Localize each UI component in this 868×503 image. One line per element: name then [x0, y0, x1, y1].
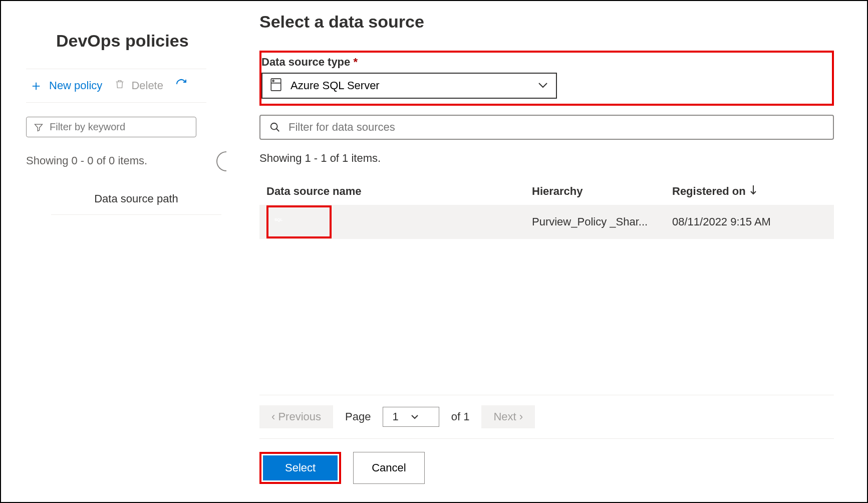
panel-title: Select a data source	[259, 12, 834, 32]
storage-icon	[270, 78, 281, 93]
new-policy-button[interactable]: ＋ New policy	[29, 76, 102, 95]
filter-icon	[34, 122, 44, 132]
select-button[interactable]: Select	[263, 455, 338, 480]
chevron-down-icon	[411, 414, 419, 419]
delete-button[interactable]: Delete	[114, 78, 163, 93]
table-row[interactable]: Purview_Policy _Shar... 08/11/2022 9:15 …	[259, 205, 834, 239]
delete-label: Delete	[131, 79, 163, 92]
select-data-source-panel: Select a data source Data source type * …	[226, 1, 867, 502]
sort-down-icon	[750, 185, 757, 198]
chevron-down-icon	[538, 81, 548, 90]
page-label: Page	[345, 410, 371, 423]
column-header-hierarchy[interactable]: Hierarchy	[532, 185, 672, 198]
filter-keyword-field[interactable]	[50, 121, 189, 133]
data-source-name-cell	[266, 205, 332, 238]
page-of-text: of 1	[451, 410, 470, 423]
trash-icon	[114, 78, 125, 93]
search-icon	[269, 122, 280, 133]
plus-icon: ＋	[29, 76, 43, 95]
filter-data-sources-input[interactable]	[259, 115, 834, 140]
svg-line-4	[276, 129, 279, 132]
previous-page-button[interactable]: ‹ Previous	[259, 405, 333, 428]
toolbar: ＋ New policy Delete	[26, 69, 206, 103]
required-star: *	[353, 56, 358, 68]
svg-point-3	[271, 123, 277, 130]
refresh-icon	[175, 78, 187, 94]
panel-result-count: Showing 1 - 1 of 1 items.	[259, 152, 834, 165]
new-policy-label: New policy	[49, 79, 102, 92]
left-result-count: Showing 0 - 0 of 0 items.	[26, 154, 206, 167]
left-pane: DevOps policies ＋ New policy Delete Show…	[1, 1, 226, 502]
column-header-name[interactable]: Data source name	[266, 185, 532, 198]
next-page-button[interactable]: Next ›	[481, 405, 535, 428]
data-source-table: Data source name Hierarchy Registered on…	[259, 185, 834, 239]
column-header-data-source-path[interactable]: Data source path	[51, 192, 221, 215]
filter-data-sources-field[interactable]	[288, 121, 824, 134]
data-source-type-dropdown[interactable]: Azure SQL Server	[261, 73, 557, 99]
page-title: DevOps policies	[56, 31, 206, 51]
cancel-button[interactable]: Cancel	[353, 452, 424, 484]
filter-keyword-input[interactable]	[26, 117, 196, 137]
hierarchy-cell: Purview_Policy _Shar...	[532, 215, 672, 228]
registered-cell: 08/11/2022 9:15 AM	[672, 215, 827, 228]
data-source-type-label: Data source type *	[261, 56, 827, 69]
data-source-type-group: Data source type * Azure SQL Server	[259, 51, 834, 106]
panel-footer: Select Cancel	[259, 438, 834, 502]
column-header-registered[interactable]: Registered on	[672, 185, 827, 198]
data-source-type-value: Azure SQL Server	[291, 79, 529, 92]
select-button-wrap: Select	[259, 452, 341, 484]
svg-point-2	[272, 80, 274, 82]
refresh-button[interactable]	[175, 78, 187, 94]
page-select[interactable]: 1	[383, 407, 439, 427]
table-header: Data source name Hierarchy Registered on	[259, 185, 834, 205]
pagination: ‹ Previous Page 1 of 1 Next ›	[259, 395, 834, 438]
